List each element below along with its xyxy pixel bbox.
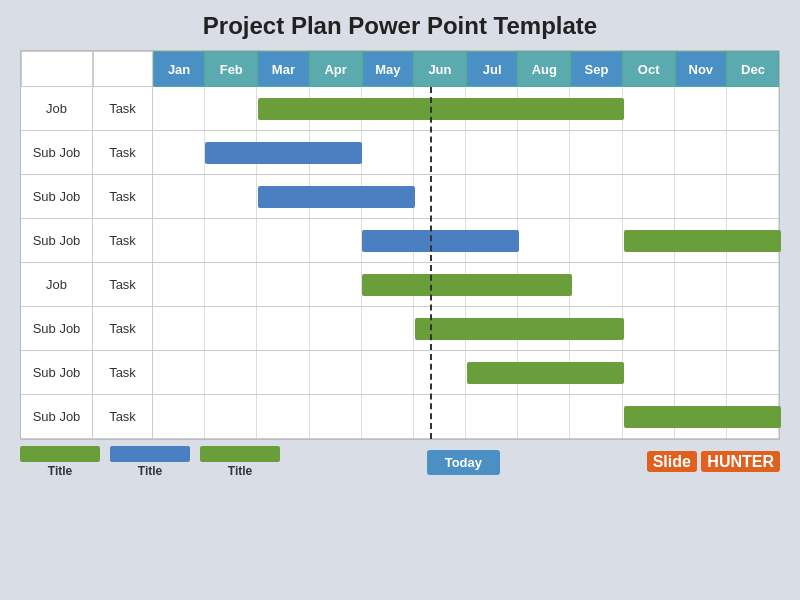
gantt-grid-col <box>205 395 257 438</box>
gantt-grid-col <box>675 263 727 306</box>
gantt-grid-col <box>727 351 779 394</box>
gantt-grid-col <box>257 307 309 350</box>
month-header-jan: Jan <box>153 51 205 87</box>
month-header-oct: Oct <box>623 51 675 87</box>
gantt-row-2: Sub JobTask <box>21 175 779 219</box>
page: Project Plan Power Point Template JanFeb… <box>0 0 800 600</box>
gantt-bar-0 <box>415 318 624 340</box>
gantt-grid-col <box>205 87 257 130</box>
gantt-grid-col <box>205 263 257 306</box>
gantt-grid-col <box>362 351 414 394</box>
gantt-grid-col <box>205 351 257 394</box>
footer: TitleTitleTitle Today Slide HUNTER <box>20 446 780 478</box>
gantt-grid-col <box>466 131 518 174</box>
gantt-grid-col <box>727 87 779 130</box>
gantt-grid-col <box>466 175 518 218</box>
gantt-bar-0 <box>205 142 362 164</box>
row-job-label: Sub Job <box>21 351 93 394</box>
gantt-area <box>153 219 779 262</box>
gantt-row-0: JobTask <box>21 87 779 131</box>
gantt-area <box>153 131 779 174</box>
today-badge: Today <box>427 450 500 475</box>
gantt-grid <box>153 351 779 394</box>
gantt-grid-col <box>518 219 570 262</box>
gantt-area <box>153 175 779 218</box>
gantt-row-7: Sub JobTask <box>21 395 779 439</box>
legend-label: Title <box>228 464 252 478</box>
gantt-grid-col <box>310 395 362 438</box>
gantt-grid-col <box>153 175 205 218</box>
gantt-area <box>153 263 779 306</box>
gantt-grid-col <box>727 307 779 350</box>
row-job-label: Job <box>21 263 93 306</box>
month-header-jun: Jun <box>414 51 466 87</box>
gantt-grid-col <box>675 351 727 394</box>
month-header-jul: Jul <box>466 51 518 87</box>
gantt-grid-col <box>623 351 675 394</box>
gantt-grid-col <box>310 307 362 350</box>
row-task-label: Task <box>93 87 153 130</box>
page-title: Project Plan Power Point Template <box>203 12 597 40</box>
legend-bar <box>20 446 100 462</box>
row-task-label: Task <box>93 263 153 306</box>
gantt-bar-0 <box>258 98 624 120</box>
gantt-grid-col <box>205 307 257 350</box>
gantt-grid-col <box>675 87 727 130</box>
gantt-grid-col <box>570 131 622 174</box>
gantt-grid-col <box>623 131 675 174</box>
gantt-grid-col <box>310 351 362 394</box>
gantt-grid-col <box>153 351 205 394</box>
header-job-col <box>21 51 93 87</box>
gantt-area <box>153 395 779 438</box>
row-task-label: Task <box>93 219 153 262</box>
gantt-grid-col <box>205 175 257 218</box>
legend-label: Title <box>48 464 72 478</box>
gantt-grid-col <box>153 263 205 306</box>
month-header-may: May <box>362 51 414 87</box>
legend-bar <box>110 446 190 462</box>
legend-label: Title <box>138 464 162 478</box>
row-job-label: Sub Job <box>21 219 93 262</box>
month-header-row: JanFebMarAprMayJunJulAugSepOctNovDec <box>21 51 779 87</box>
gantt-row-4: JobTask <box>21 263 779 307</box>
gantt-grid-col <box>727 175 779 218</box>
gantt-bar-0 <box>362 274 571 296</box>
gantt-grid-col <box>310 263 362 306</box>
row-job-label: Sub Job <box>21 175 93 218</box>
gantt-grid-col <box>257 351 309 394</box>
gantt-grid-col <box>310 219 362 262</box>
row-task-label: Task <box>93 351 153 394</box>
gantt-grid-col <box>205 219 257 262</box>
gantt-grid-col <box>675 131 727 174</box>
gantt-grid-col <box>153 131 205 174</box>
gantt-grid-col <box>570 395 622 438</box>
row-job-label: Sub Job <box>21 131 93 174</box>
gantt-grid-col <box>257 263 309 306</box>
row-task-label: Task <box>93 395 153 438</box>
gantt-grid <box>153 175 779 218</box>
month-header-sep: Sep <box>570 51 622 87</box>
gantt-grid-col <box>362 131 414 174</box>
gantt-bar-0 <box>624 406 781 428</box>
gantt-area <box>153 351 779 394</box>
gantt-area <box>153 307 779 350</box>
gantt-grid-col <box>570 263 622 306</box>
gantt-bar-0 <box>362 230 519 252</box>
brand-text: Slide <box>647 451 697 472</box>
gantt-chart: JanFebMarAprMayJunJulAugSepOctNovDec Job… <box>20 50 780 440</box>
gantt-row-3: Sub JobTask <box>21 219 779 263</box>
gantt-body: JobTaskSub JobTaskSub JobTaskSub JobTask… <box>21 87 779 439</box>
row-job-label: Sub Job <box>21 307 93 350</box>
legend-item-2: Title <box>200 446 280 478</box>
brand: Slide HUNTER <box>647 453 780 471</box>
gantt-grid-col <box>623 307 675 350</box>
gantt-grid-col <box>727 263 779 306</box>
gantt-grid-col <box>153 307 205 350</box>
gantt-grid-col <box>518 131 570 174</box>
gantt-grid-col <box>257 219 309 262</box>
gantt-grid-col <box>414 131 466 174</box>
row-task-label: Task <box>93 131 153 174</box>
month-header-mar: Mar <box>257 51 309 87</box>
gantt-bar-0 <box>467 362 624 384</box>
month-header-dec: Dec <box>727 51 779 87</box>
